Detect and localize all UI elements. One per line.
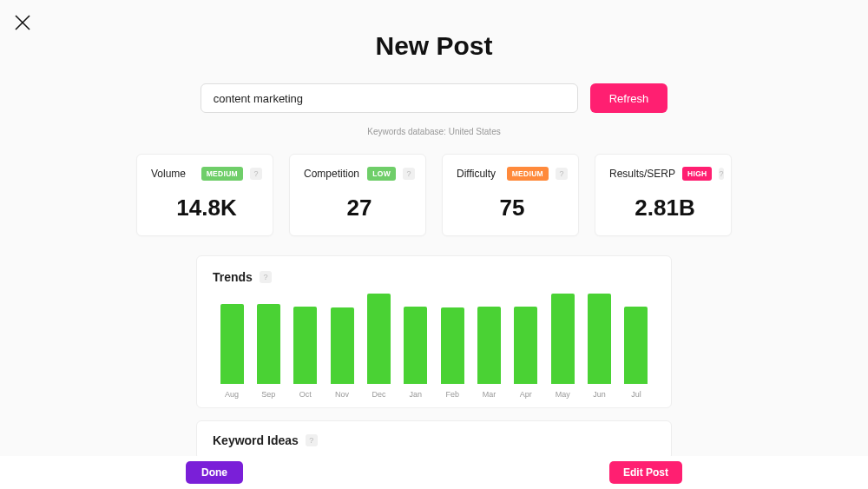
metric-value: 14.8K [151, 195, 262, 221]
metrics-row: Volume MEDIUM ? 14.8K Competition LOW ? … [0, 154, 868, 236]
keyword-search-input[interactable] [201, 83, 578, 113]
help-icon[interactable]: ? [260, 271, 272, 283]
bar-fill [293, 307, 317, 384]
page-title: New Post [0, 0, 868, 61]
keyword-ideas-panel: Keyword Ideas ? [196, 420, 672, 460]
chart-bar: Sep [251, 304, 286, 399]
bar-fill [477, 307, 501, 384]
chart-bar: Jan [398, 307, 433, 399]
chart-bar: Jul [619, 307, 654, 399]
metric-label: Competition [304, 168, 360, 180]
bar-fill [367, 294, 391, 384]
metric-label: Results/SERP [609, 168, 675, 180]
bar-label: Jan [410, 390, 423, 399]
bar-label: Oct [299, 390, 312, 399]
chart-bar: Mar [472, 307, 507, 399]
help-icon[interactable]: ? [306, 434, 318, 446]
bar-fill [220, 304, 244, 384]
chart-bar: Aug [214, 304, 249, 399]
bar-fill [441, 307, 464, 384]
bar-fill [624, 307, 648, 384]
done-button[interactable]: Done [186, 461, 243, 484]
chart-bar: May [545, 294, 580, 399]
close-icon [12, 12, 33, 33]
chart-bar: Oct [288, 307, 323, 399]
help-icon[interactable]: ? [719, 168, 723, 180]
bar-fill [404, 307, 427, 384]
metric-value: 2.81B [609, 195, 720, 221]
metric-results: Results/SERP HIGH ? 2.81B [595, 154, 732, 236]
bar-label: Aug [225, 390, 239, 399]
bar-label: Jul [631, 390, 641, 399]
bar-label: Dec [372, 390, 385, 399]
chart-bar: Feb [435, 307, 470, 399]
bar-label: Feb [445, 390, 459, 399]
database-note: Keywords database: United States [0, 127, 868, 136]
bar-fill [331, 307, 354, 384]
search-row: Refresh [0, 83, 868, 113]
help-icon[interactable]: ? [556, 168, 568, 180]
metric-volume: Volume MEDIUM ? 14.8K [136, 154, 273, 236]
metric-label: Volume [151, 168, 194, 180]
metric-difficulty: Difficulty MEDIUM ? 75 [442, 154, 579, 236]
bar-label: Apr [520, 390, 532, 399]
trends-title: Trends [213, 270, 253, 284]
trends-panel: Trends ? AugSepOctNovDecJanFebMarAprMayJ… [196, 255, 672, 408]
metric-badge: LOW [367, 167, 396, 181]
bar-fill [257, 304, 280, 384]
chart-bar: Nov [325, 307, 359, 399]
bar-label: Mar [483, 390, 496, 399]
refresh-button[interactable]: Refresh [590, 83, 668, 113]
metric-value: 75 [457, 195, 568, 221]
close-button[interactable] [12, 12, 33, 33]
keyword-ideas-title: Keyword Ideas [213, 433, 299, 447]
metric-label: Difficulty [457, 168, 500, 180]
bar-label: Jun [593, 390, 606, 399]
metric-badge: HIGH [682, 167, 712, 181]
metric-badge: MEDIUM [507, 167, 549, 181]
bar-fill [551, 294, 575, 384]
bar-label: Sep [261, 390, 275, 399]
bar-fill [514, 307, 537, 384]
chart-bar: Apr [509, 307, 543, 399]
chart-bar: Dec [361, 294, 396, 399]
bar-label: Nov [335, 390, 349, 399]
metric-value: 27 [304, 195, 415, 221]
chart-bar: Jun [582, 294, 617, 399]
bottom-bar: Done Edit Post [0, 456, 868, 489]
bar-fill [588, 294, 611, 384]
bar-label: May [556, 390, 570, 399]
help-icon[interactable]: ? [403, 168, 415, 180]
metric-competition: Competition LOW ? 27 [289, 154, 426, 236]
trends-chart: AugSepOctNovDecJanFebMarAprMayJunJul [213, 296, 655, 399]
edit-post-button[interactable]: Edit Post [609, 461, 682, 484]
metric-badge: MEDIUM [201, 167, 243, 181]
help-icon[interactable]: ? [250, 168, 262, 180]
